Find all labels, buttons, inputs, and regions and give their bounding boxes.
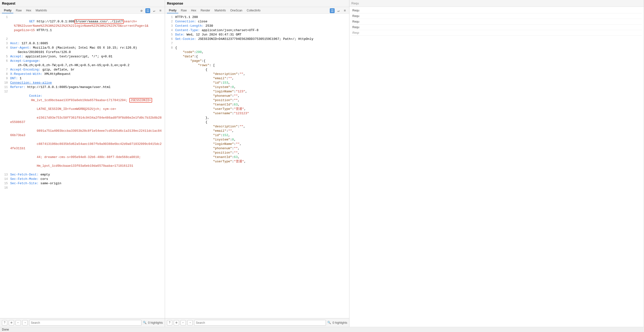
tab-raw-req[interactable]: Raw: [14, 8, 24, 13]
json-val: "": [236, 142, 240, 146]
line-row: 13 Sec-Fetch-Dest: empty: [2, 173, 163, 177]
tab-pretty-req[interactable]: Pretty: [2, 8, 13, 13]
response-bottom-bar: ? ⚙ ← → 🔍 0 highlights: [165, 318, 349, 327]
request-bottom-bar: ? ⚙ ← → 🔍 0 highlights: [0, 318, 165, 327]
line-row: "userType":"普通",: [167, 159, 347, 164]
json-key: "description": [213, 72, 238, 76]
line-row: 2: [2, 37, 163, 41]
line-row: "id":153,: [167, 81, 347, 85]
status-bar: Done: [0, 327, 644, 332]
right-item[interactable]: Requ: [351, 8, 642, 13]
json-val: 0: [232, 138, 234, 141]
right-panel: Requ Requ Requ Requ Requ Resp: [350, 0, 644, 327]
line-row: },: [167, 116, 347, 120]
line-row: "position":"",: [167, 98, 347, 103]
req-url-prefix: http://127.0.0.1:808: [37, 20, 74, 23]
search-icon-req: 🔍: [143, 321, 146, 324]
format-icon-resp[interactable]: ☰: [330, 8, 334, 13]
tab-hex-resp[interactable]: Hex: [189, 8, 198, 13]
json-val: "": [234, 151, 238, 154]
tab-collectinfo-resp[interactable]: CollectInfo: [245, 8, 262, 13]
line-row: 15 Sec-Fetch-Site: same-origin: [2, 181, 163, 186]
forward-icon-req[interactable]: →: [22, 320, 28, 325]
line-row: "tenantId":63,: [167, 103, 347, 107]
line-row: "rows": [: [167, 63, 347, 68]
help-icon-resp[interactable]: ?: [167, 320, 172, 325]
tab-pretty-resp[interactable]: Pretty: [167, 8, 178, 13]
json-key: "position": [213, 151, 232, 154]
format-icon-req[interactable]: ☰: [145, 8, 150, 13]
line-row: 7 Accept-Encoding: gzip, deflate, br: [2, 68, 163, 72]
settings-icon-resp[interactable]: ⚙: [174, 320, 179, 325]
tab-markinfo-req[interactable]: MarkInfo: [34, 8, 49, 13]
json-val: 152: [222, 133, 228, 137]
line-row: "phonenum":"",: [167, 146, 347, 151]
highlights-count-req: 0 highlights: [148, 321, 163, 324]
header-key: Cookie:: [29, 94, 42, 98]
line-row: "username":"123123": [167, 111, 347, 116]
back-icon-resp[interactable]: ←: [180, 320, 186, 325]
line-row: "page":{: [167, 59, 347, 63]
header-key: DNT:: [10, 77, 18, 80]
line-row: "data":{: [167, 54, 347, 59]
header-key: Accept-Encoding:: [10, 68, 40, 71]
right-panel-header: Requ: [350, 0, 644, 7]
line-row: 1 HTTP/1.1 200: [167, 15, 347, 20]
forward-icon-resp[interactable]: →: [187, 320, 193, 325]
help-icon-req[interactable]: ?: [2, 320, 7, 325]
right-item[interactable]: Requ: [351, 25, 642, 30]
header-key: Connection: keep-alive: [10, 81, 52, 85]
line-row: "loginName":"",: [167, 142, 347, 146]
line-row: 10 Connection: keep-alive: [2, 81, 163, 85]
request-tab-bar: Pretty Raw Hex MarkInfo ⊘ ☰ ↵ ≡: [0, 7, 165, 14]
json-val: "": [240, 72, 244, 76]
json-key: "phonenum": [213, 146, 232, 150]
right-item[interactable]: Requ: [351, 19, 642, 25]
hide-icon[interactable]: ⊘: [139, 8, 144, 13]
json-val: 153: [222, 81, 228, 85]
settings-icon-req[interactable]: ⚙: [9, 320, 14, 325]
tab-hex-req[interactable]: Hex: [24, 8, 33, 13]
line-row: 16: [2, 186, 163, 190]
json-key: "tenantId": [213, 103, 232, 106]
line-row: 3 Host: 127.0.0.1:8085: [2, 41, 163, 46]
cookie-jsessionid: JSESSIONID=: [129, 98, 152, 103]
line-row: {: [167, 120, 347, 124]
line-row: "isystem":0,: [167, 85, 347, 89]
req-url-highlighted: 5/user/aaaaa.css/../list?: [74, 19, 124, 24]
wrap-icon-resp[interactable]: ↵: [336, 8, 341, 13]
right-item[interactable]: Requ: [351, 13, 642, 19]
search-input-resp[interactable]: [194, 320, 326, 326]
line-row: 11 Referer: http://127.0.0.1:8085/pages/…: [2, 85, 163, 89]
line-row: "description":"",: [167, 124, 347, 129]
header-key: User-Agent:: [10, 46, 31, 50]
line-row: "userType":"普通",: [167, 107, 347, 111]
menu-icon-resp[interactable]: ≡: [342, 8, 347, 13]
tab-onescan-resp[interactable]: OneScan: [228, 8, 244, 13]
json-key: "email": [213, 129, 226, 133]
json-key: "data": [183, 55, 194, 58]
line-row: {: [167, 68, 347, 72]
line-row: 14 Sec-Fetch-Mode: cors: [2, 177, 163, 181]
wrap-icon-req[interactable]: ↵: [152, 8, 156, 13]
search-icon-resp: 🔍: [327, 321, 331, 324]
line-row: 3 Content-Length: 2530: [167, 24, 347, 28]
tab-raw-resp[interactable]: Raw: [179, 8, 188, 13]
tab-markinfo-resp[interactable]: MarkInfo: [212, 8, 228, 13]
tab-render-resp[interactable]: Render: [199, 8, 212, 13]
line-row: 6 Set-Cookie: JSESSIONID=D4A51237794E562…: [167, 37, 347, 41]
line-row: 1 GET http://127.0.0.1:8085/user/aaaaa.c…: [2, 15, 163, 37]
right-item-resp[interactable]: Resp: [351, 30, 642, 36]
search-input-req[interactable]: [29, 320, 142, 326]
request-content: 1 GET http://127.0.0.1:8085/user/aaaaa.c…: [0, 14, 165, 318]
json-val: "123": [236, 90, 245, 93]
menu-icon-req[interactable]: ≡: [158, 8, 163, 13]
response-content: 1 HTTP/1.1 200 2 Connection: close 3 Con…: [165, 14, 349, 318]
json-key: "loginName": [213, 142, 234, 146]
highlights-count-resp: 0 highlights: [332, 321, 347, 324]
line-row: 8 {: [167, 46, 347, 50]
json-key: "phonenum": [213, 94, 232, 98]
back-icon-req[interactable]: ←: [16, 320, 21, 325]
response-title: Response: [167, 2, 183, 5]
request-title: Request: [2, 2, 15, 5]
